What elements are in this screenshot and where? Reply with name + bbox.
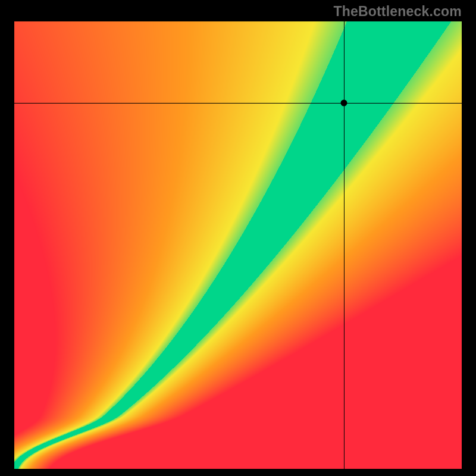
- bottleneck-heatmap: [14, 21, 462, 469]
- watermark-text: TheBottleneck.com: [333, 4, 462, 20]
- heatmap-canvas: [14, 21, 462, 469]
